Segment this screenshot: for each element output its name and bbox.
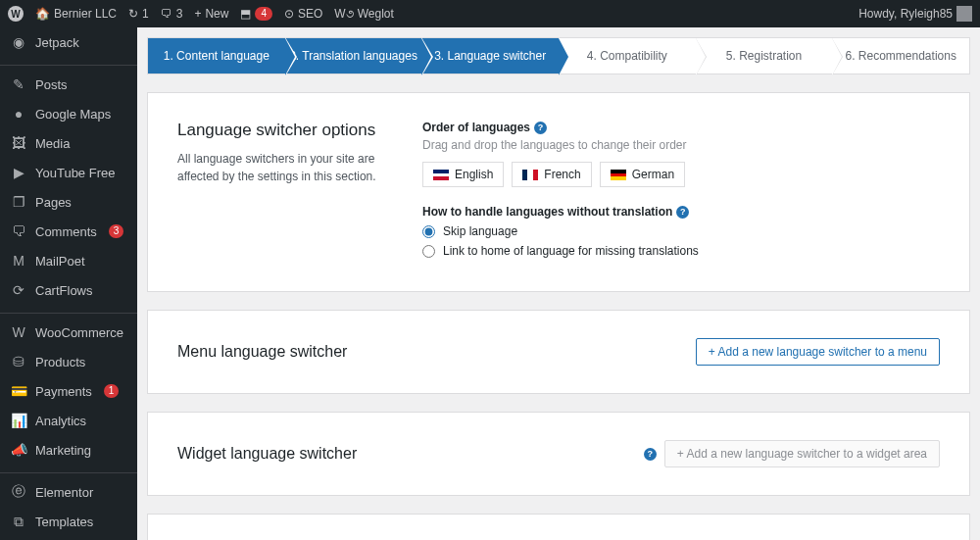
menu-label: Payments <box>35 384 92 399</box>
lang-chip-german[interactable]: German <box>600 162 685 187</box>
radio-link-input[interactable] <box>422 245 435 258</box>
menu-icon: W <box>10 323 27 341</box>
sidebar-item-elementor[interactable]: ⓔElementor <box>0 477 137 507</box>
sidebar-item-marketing[interactable]: 📣Marketing <box>0 435 137 465</box>
order-label: Order of languages ? <box>422 121 940 134</box>
menu-label: Comments <box>35 224 97 239</box>
weglot-link[interactable]: W૭ Weglot <box>334 7 393 21</box>
comments-link[interactable]: 🗨 3 <box>161 7 183 21</box>
updates-link[interactable]: ⬒ 4 <box>240 7 272 21</box>
sidebar-item-posts[interactable]: ✎Posts <box>0 70 137 99</box>
menu-label: Templates <box>35 515 93 529</box>
order-hint: Drag and drop the languages to change th… <box>422 138 940 152</box>
refresh-link[interactable]: ↻ 1 <box>128 7 149 21</box>
menu-label: Elementor <box>35 485 93 500</box>
flag-icon <box>433 170 449 180</box>
sidebar-item-media[interactable]: 🖾Media <box>0 128 137 158</box>
sidebar-item-products[interactable]: ⛁Products <box>0 347 137 376</box>
menu-icon: ◉ <box>10 33 27 51</box>
wp-logo[interactable]: W <box>8 6 24 22</box>
flag-icon <box>522 170 538 180</box>
menu-icon: ▶ <box>10 164 27 181</box>
greeting[interactable]: Howdy, Ryleigh85 <box>858 6 972 22</box>
add-widget-switcher-button: + Add a new language switcher to a widge… <box>664 440 940 467</box>
sidebar-item-youtube-free[interactable]: ▶YouTube Free <box>0 158 137 187</box>
admin-bar: W 🏠 Bernier LLC ↻ 1 🗨 3 + New ⬒ 4 ⊙ SEO … <box>0 0 980 27</box>
menu-switcher-panel: Menu language switcher + Add a new langu… <box>147 310 970 394</box>
separator <box>0 309 137 314</box>
menu-label: Google Maps <box>35 107 111 122</box>
menu-label: Jetpack <box>35 35 79 50</box>
setup-stepper: 1. Content language2. Translation langua… <box>147 37 970 74</box>
step-label: 2. Translation languages <box>289 49 417 63</box>
badge: 3 <box>109 224 124 238</box>
radio-link[interactable]: Link to home of language for missing tra… <box>422 244 940 258</box>
badge: 1 <box>104 384 120 398</box>
sidebar-item-payments[interactable]: 💳Payments1 <box>0 376 137 406</box>
missing-label: How to handle languages without translat… <box>422 205 940 219</box>
separator <box>0 61 137 66</box>
menu-icon: ❐ <box>10 193 27 211</box>
admin-sidebar: ◉Jetpack✎Posts●Google Maps🖾Media▶YouTube… <box>0 27 137 540</box>
site-link[interactable]: 🏠 Bernier LLC <box>35 7 117 21</box>
sidebar-item-templates[interactable]: ⧉Templates <box>0 507 137 536</box>
step-label: 5. Registration <box>726 49 802 63</box>
menu-label: Media <box>35 136 70 151</box>
menu-label: WooCommerce <box>35 325 123 340</box>
footer-switcher-panel: Footer language switcher ? Show language… <box>147 514 970 540</box>
menu-icon: M <box>10 252 27 270</box>
add-menu-switcher-button[interactable]: + Add a new language switcher to a menu <box>696 338 940 366</box>
step-label: 3. Language switcher <box>434 49 546 63</box>
separator <box>0 468 137 473</box>
radio-skip[interactable]: Skip language <box>422 224 940 238</box>
menu-label: Marketing <box>35 443 91 458</box>
lang-label: French <box>544 168 580 181</box>
sidebar-item-comments[interactable]: 🗨Comments3 <box>0 217 137 246</box>
sidebar-item-cartflows[interactable]: ⟳CartFlows <box>0 275 137 305</box>
help-icon[interactable]: ? <box>534 122 547 134</box>
lang-label: English <box>455 168 493 181</box>
radio-skip-input[interactable] <box>422 225 435 238</box>
menu-label: YouTube Free <box>35 166 115 180</box>
step-label: 4. Compatibility <box>587 49 667 63</box>
step-2[interactable]: 2. Translation languages <box>285 38 422 74</box>
avatar-icon <box>956 6 972 22</box>
lang-chip-french[interactable]: French <box>512 162 591 187</box>
widget-switcher-panel: Widget language switcher ? + Add a new l… <box>147 412 970 496</box>
help-icon[interactable]: ? <box>644 448 657 461</box>
step-1[interactable]: 1. Content language <box>148 38 285 74</box>
menu-icon: ⛁ <box>10 353 27 370</box>
sidebar-item-mailpoet[interactable]: MMailPoet <box>0 246 137 275</box>
step-5[interactable]: 5. Registration <box>696 38 833 74</box>
sidebar-item-analytics[interactable]: 📊Analytics <box>0 406 137 435</box>
menu-label: Analytics <box>35 414 86 428</box>
panel-title: Menu language switcher <box>177 343 347 361</box>
new-link[interactable]: + New <box>194 7 228 21</box>
step-3[interactable]: 3. Language switcher <box>421 38 559 74</box>
sidebar-item-pages[interactable]: ❐Pages <box>0 187 137 217</box>
panel-desc: All language switchers in your site are … <box>177 150 383 185</box>
panel-title: Language switcher options <box>177 121 383 140</box>
menu-icon: ⟳ <box>10 281 27 299</box>
menu-icon: 🖾 <box>10 134 27 152</box>
language-chips: EnglishFrenchGerman <box>422 162 940 187</box>
step-6[interactable]: 6. Recommendations <box>832 38 969 74</box>
menu-label: CartFlows <box>35 283 93 298</box>
step-label: 6. Recommendations <box>846 49 956 63</box>
sidebar-item-jetpack[interactable]: ◉Jetpack <box>0 27 137 57</box>
lang-chip-english[interactable]: English <box>422 162 504 187</box>
menu-label: Products <box>35 355 85 369</box>
menu-icon: ⧉ <box>10 513 27 530</box>
menu-icon: ✎ <box>10 75 27 93</box>
menu-icon: 💳 <box>10 382 27 400</box>
sidebar-item-google-maps[interactable]: ●Google Maps <box>0 99 137 128</box>
menu-icon: 📣 <box>10 441 27 459</box>
menu-icon: ⓔ <box>10 483 27 501</box>
step-label: 1. Content language <box>164 49 270 63</box>
menu-icon: 🗨 <box>10 222 27 240</box>
seo-link[interactable]: ⊙ SEO <box>284 7 322 21</box>
step-4[interactable]: 4. Compatibility <box>559 38 696 74</box>
help-icon[interactable]: ? <box>676 206 689 219</box>
lang-label: German <box>632 168 674 181</box>
sidebar-item-woocommerce[interactable]: WWooCommerce <box>0 318 137 347</box>
